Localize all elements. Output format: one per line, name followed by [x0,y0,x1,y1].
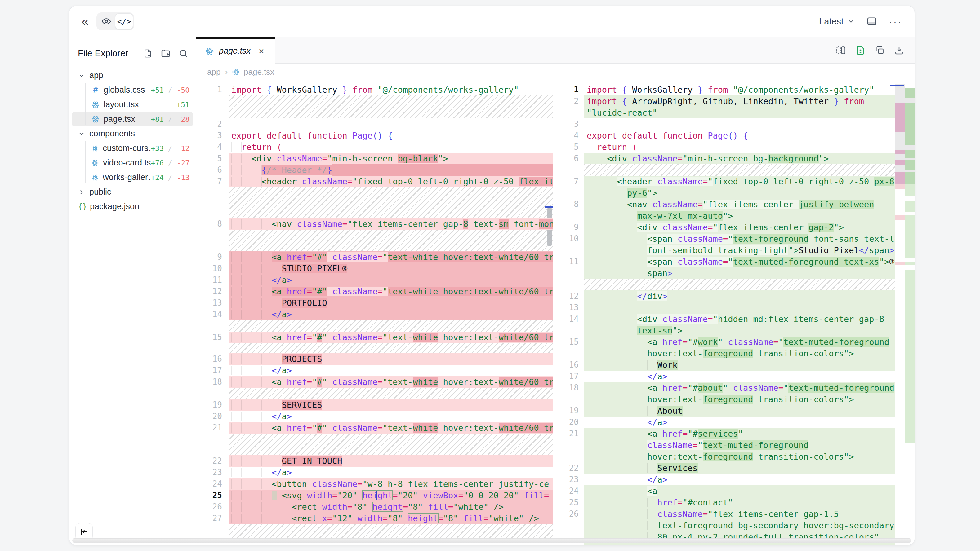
file-diff-icon[interactable] [855,45,865,56]
code-line[interactable]: 7 <header className="fixed top-0 left-0 … [559,176,915,187]
code-line[interactable]: font-semibold tracking-tight">Studio Pix… [559,245,915,256]
code-line[interactable]: 11 <span className="text-muted-foregroun… [559,256,915,267]
sidebar-folder-components[interactable]: components [72,127,193,141]
code-line[interactable]: 1import { WorksGallery } from "@/compone… [196,84,553,95]
sidebar-item-layout.tsx[interactable]: layout.tsx+51 [72,97,193,112]
more-menu-icon[interactable]: ··· [889,16,902,28]
sidebar-item-video-card.tsx[interactable]: video-card.tsx+76 / -27 [72,156,193,170]
code-line[interactable]: max-w-7xl mx-auto"> [559,210,915,222]
diff-pane-new[interactable]: 1import { WorksGallery } from "@/compone… [559,84,915,545]
code-line[interactable]: 25 href="#contact" [559,497,915,508]
code-line[interactable]: 23 </a> [196,467,553,478]
code-line[interactable]: 2 [196,118,553,130]
code-line[interactable]: 21 <a href="#services" [559,428,915,440]
code-line[interactable]: 22 GET IN TOUCH [196,455,553,467]
code-line[interactable]: 16 PROJECTS [196,353,553,365]
code-line[interactable]: 9 <div className="flex items-center gap-… [559,222,915,233]
code-line[interactable]: py-6"> [559,187,915,198]
minimap-block [895,170,915,172]
code-line[interactable]: 17 </a> [196,365,553,376]
preview-toggle-button[interactable] [98,14,115,29]
sidebar-folder-public[interactable]: public [72,185,193,199]
code-line[interactable]: 7 <header className="fixed top-0 left-0 … [196,176,553,187]
sidebar-item-package.json[interactable]: {}package.json [72,199,193,214]
sidebar-item-globals.css[interactable]: #globals.css+51 / -50 [72,83,193,97]
code-line[interactable]: 18 <a href="#about" className="text-mute… [559,382,915,394]
diff-minimap[interactable] [895,84,915,545]
new-file-icon[interactable] [143,49,153,58]
code-line[interactable]: 23 </a> [559,474,915,485]
code-line[interactable]: text-sm"> [559,325,915,336]
sidebar-folder-app[interactable]: app [72,68,193,83]
search-icon[interactable] [179,49,188,58]
code-line[interactable]: 4 return ( [196,141,553,153]
code-line[interactable]: 22 Services [559,462,915,474]
code-line[interactable]: 24 <button className="w-8 h-8 flex items… [196,478,553,490]
code-line[interactable]: 9 <a href="#" className="text-white hove… [196,251,553,263]
item-label: works-galler… [103,173,151,182]
code-line[interactable]: 10 STUDIO PIXEL® [196,263,553,274]
code-line[interactable]: 20 </a> [559,416,915,428]
line-number: 20 [559,416,584,428]
code-line[interactable]: "lucide-react" [559,107,915,118]
breadcrumb-file[interactable]: page.tsx [244,67,274,77]
code-line[interactable]: 26 className="flex items-center gap-1.5 [559,508,915,520]
sidebar-item-custom-curs[interactable]: custom-curs…+33 / -12 [72,141,193,156]
code-line[interactable]: 24 <a [559,485,915,497]
code-line[interactable]: 11 </a> [196,274,553,286]
code-line[interactable]: 27 > [559,543,915,545]
code-line[interactable]: 15 <a href="#" className="text-white hov… [196,332,553,343]
code-line[interactable]: hover:text-foreground transition-colors"… [559,348,915,359]
code-line[interactable]: 27 <rect x="12" width="8" height="8" fil… [196,513,553,524]
panel-bottom-icon[interactable] [867,16,877,27]
code-line[interactable]: 13 PORTFOLIO [196,297,553,309]
new-folder-icon[interactable] [161,48,170,58]
code-line[interactable]: 3 [559,118,915,130]
code-line[interactable]: 25 <svg width="20" height="20" viewBox="… [196,490,553,501]
code-line[interactable]: 15 <a href="#work" className="text-muted… [559,336,915,348]
code-line[interactable]: 17 </a> [559,371,915,382]
code-toggle-button[interactable]: </> [115,13,133,29]
code-line[interactable]: 14 <div className="hidden md:flex items-… [559,313,915,325]
copy-icon[interactable] [875,45,885,55]
code-line[interactable]: 80 px-4 py-2 rounded-full transition-col… [559,531,915,543]
tab-page-tsx[interactable]: page.tsx × [196,37,275,64]
collapse-sidebar-icon[interactable]: « [81,15,88,28]
code-line[interactable]: text-foreground bg-secondary hover:bg-se… [559,520,915,531]
code-line[interactable]: 12 </div> [559,291,915,302]
code-line[interactable]: 3export default function Page() { [196,130,553,141]
code-line[interactable]: 10 <span className="text-foreground font… [559,233,915,245]
code-line[interactable]: hover:text-foreground transition-colors"… [559,451,915,462]
code-line[interactable]: 2import { ArrowUpRight, Github, Linkedin… [559,95,915,107]
code-line[interactable]: 12 <a href="#" className="text-white hov… [196,286,553,297]
code-line[interactable]: 13 [559,302,915,313]
code-line[interactable]: 26 <rect width="8" height="8" fill="whit… [196,501,553,513]
download-icon[interactable] [894,45,904,55]
breadcrumb-folder[interactable]: app [207,67,221,77]
code-line[interactable]: 4export default function Page() { [559,130,915,141]
sidebar-item-page.tsx[interactable]: page.tsx+81 / -28 [72,112,193,127]
collapse-panel-button[interactable] [75,523,93,540]
code-line[interactable]: 6 {/* Header */} [196,164,553,176]
code-line[interactable]: 20 </a> [196,411,553,422]
code-line[interactable]: 6 <div className="min-h-screen bg-backgr… [559,153,915,164]
code-line[interactable]: 18 <a href="#" className="text-white hov… [196,376,553,388]
version-dropdown[interactable]: Latest [819,16,855,27]
code-line[interactable]: 5 <div className="min-h-screen bg-black"… [196,153,553,164]
code-line[interactable]: 21 <a href="#" className="text-white hov… [196,422,553,433]
code-line[interactable]: 16 Work [559,359,915,371]
code-line[interactable]: className="text-muted-foreground [559,440,915,451]
code-line[interactable]: 14 </a> [196,309,553,320]
code-line[interactable]: 8 <nav className="flex items-center just… [559,198,915,210]
diff-pane-old[interactable]: 1import { WorksGallery } from "@/compone… [196,84,553,545]
code-line[interactable]: 19 SERVICES [196,399,553,411]
code-line[interactable]: 1import { WorksGallery } from "@/compone… [559,84,915,95]
sidebar-item-works-galler[interactable]: works-galler…+24 / -13 [72,170,193,185]
close-tab-icon[interactable]: × [259,46,264,56]
split-view-icon[interactable] [836,45,846,56]
code-line[interactable]: 19 About [559,405,915,416]
code-line[interactable]: hover:text-foreground transition-colors"… [559,394,915,405]
code-line[interactable]: span> [559,267,915,279]
code-line[interactable]: 8 <nav className="flex items-center gap-… [196,218,553,230]
code-line[interactable]: 5 return ( [559,141,915,153]
